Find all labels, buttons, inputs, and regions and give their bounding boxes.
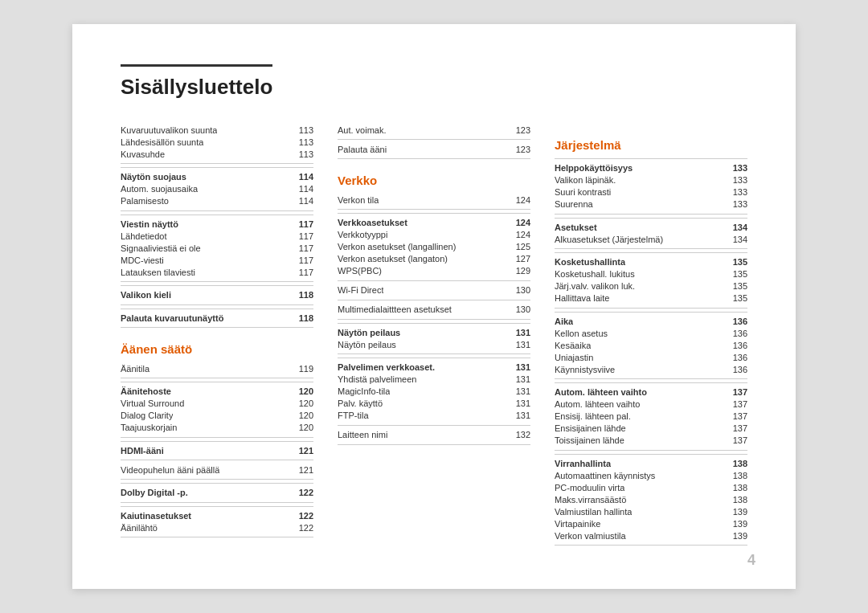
toc-entry: FTP-tila131 (338, 410, 530, 422)
toc-entry: Dolby Digital -p.122 (121, 483, 313, 499)
entry-dots (666, 242, 730, 243)
entry-dots (194, 518, 296, 519)
entry-page-number: 120 (299, 411, 313, 420)
entry-dots (172, 203, 296, 204)
entry-label: Verkon asetukset (langaton) (338, 254, 448, 264)
toc-entry: Helppokäyttöisyys133 (555, 158, 747, 174)
toc-entry: Valikon kieli118 (121, 285, 313, 301)
toc-entry: Valikon läpinäk.133 (555, 174, 747, 186)
entry-dots (629, 431, 730, 431)
entry-label: Kosketushall. lukitus (555, 269, 635, 279)
entry-label: Autom. suojausaika (121, 184, 198, 194)
entry-label: Dolby Digital -p. (121, 488, 188, 497)
section-divider (121, 378, 313, 378)
entry-label: Kosketushallinta (555, 257, 625, 267)
entry-page-number: 138 (733, 495, 747, 505)
toc-entry: MagicInfo-tila131 (338, 386, 530, 398)
entry-dots (455, 312, 513, 313)
toc-entry: Lähdetiedot117 (121, 230, 313, 242)
toc-entry: Palv. käyttö131 (338, 398, 530, 410)
entry-dots (153, 371, 296, 372)
toc-entry: Lähdesisällön suunta113 (121, 136, 313, 148)
entry-page-number: 117 (299, 255, 313, 265)
entry-dots (204, 251, 296, 251)
entry-label: Suuri kontrasti (555, 187, 611, 197)
entry-page-number: 131 (516, 328, 530, 337)
entry-label: MagicInfo-tila (338, 386, 390, 396)
entry-dots (618, 372, 729, 373)
section-divider (555, 545, 747, 546)
entry-label: Palauta kuvaruutunäyttö (121, 313, 223, 323)
entry-page-number: 114 (299, 172, 313, 182)
entry-label: Latauksen tilaviesti (121, 268, 195, 277)
entry-label: Virranhallinta (555, 459, 611, 468)
entry-dots (658, 478, 729, 479)
entry-page-number: 136 (733, 365, 747, 374)
section-divider (121, 537, 313, 537)
toc-entry: Wi-Fi Direct130 (338, 284, 530, 296)
entry-label: FTP-tila (338, 411, 369, 420)
entry-page-number: 132 (516, 430, 530, 439)
entry-dots (386, 406, 513, 407)
toc-entry: Autom. lähteen vaihto137 (555, 398, 747, 411)
entry-label: Suurenna (555, 199, 593, 209)
entry-page-number: 129 (516, 266, 530, 276)
section-divider (121, 281, 313, 282)
entry-page-number: 138 (733, 483, 747, 492)
entry-label: Verkon tila (338, 195, 379, 205)
section-divider (338, 300, 530, 300)
toc-entry: Verkon tila124 (338, 194, 530, 206)
entry-page-number: 113 (299, 137, 313, 147)
entry-label: Kuvasuhde (121, 149, 165, 159)
entry-dots (187, 406, 295, 407)
entry-dots (614, 466, 730, 467)
toc-entry: Laitteen nimi132 (338, 429, 530, 441)
entry-dots (223, 472, 295, 473)
entry-dots (634, 419, 730, 419)
entry-label: PC-moduulin virta (555, 483, 624, 492)
section-divider (121, 502, 313, 503)
section-divider (338, 158, 530, 159)
entry-page-number: 124 (516, 218, 530, 227)
toc-entry: Automaattinen käynnistys138 (555, 469, 747, 481)
page: Sisällysluettelo Kuvaruutuvalikon suunta… (72, 24, 796, 589)
entry-page-number: 131 (516, 386, 530, 396)
toc-entry: Palauta kuvaruutunäyttö118 (121, 309, 313, 325)
entry-page-number: 123 (516, 125, 530, 135)
entry-page-number: 133 (733, 199, 747, 209)
toc-entry: Hallittava laite135 (555, 292, 747, 304)
entry-dots (629, 538, 730, 539)
entry-label: Viestin näyttö (121, 219, 178, 229)
entry-dots (576, 324, 729, 325)
toc-entry: Autom. lähteen vaihto137 (555, 382, 747, 398)
toc-entry: Toissijainen lähde137 (555, 435, 747, 447)
entry-dots (596, 360, 729, 361)
entry-label: Hallittava laite (555, 293, 609, 303)
entry-dots (451, 261, 513, 262)
entry-label: Multimedialaittteen asetukset (338, 304, 452, 314)
entry-dots (638, 288, 730, 289)
entry-label: WPS(PBC) (338, 266, 382, 276)
section-divider (338, 444, 530, 445)
toc-entry: Äänitila119 (121, 362, 313, 374)
entry-label: Aika (555, 317, 573, 326)
entry-page-number: 133 (733, 163, 747, 173)
entry-label: Virtapainike (555, 519, 600, 529)
toc-entry: Näytön peilaus131 (338, 323, 530, 339)
toc-entry: Verkon valmiustila139 (555, 529, 747, 541)
entry-dots (201, 191, 296, 192)
toc-entry: Maks.virransäästö138 (555, 493, 747, 505)
entry-label: HDMI-ääni (121, 446, 164, 456)
toc-entry: Dialog Clarity120 (121, 410, 313, 422)
entry-dots (619, 182, 729, 183)
entry-page-number: 131 (516, 374, 530, 384)
entry-page-number: 120 (299, 386, 313, 396)
toc-entry: Yhdistä palvelimeen131 (338, 374, 530, 386)
entry-label: Maks.virransäästö (555, 495, 626, 505)
toc-entry: Verkon asetukset (langaton)127 (338, 253, 530, 265)
entry-page-number: 120 (299, 398, 313, 408)
entry-dots (403, 335, 512, 336)
entry-dots (604, 526, 729, 527)
entry-dots (411, 225, 513, 226)
entry-page-number: 130 (516, 285, 530, 295)
